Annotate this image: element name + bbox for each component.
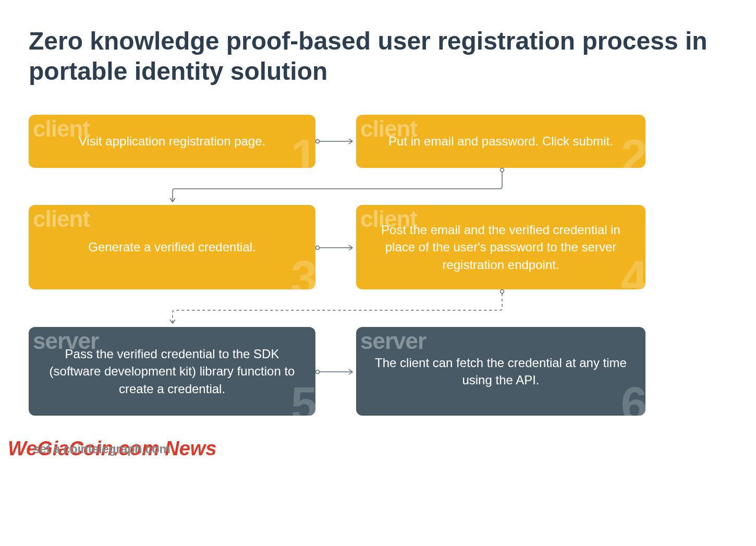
- step-3: client 3 Generate a verified credential.: [29, 205, 315, 289]
- watermark-back: set a cointelegraph.com: [33, 442, 170, 456]
- connector-1-2: [315, 135, 356, 148]
- connector-2-3: [170, 168, 504, 205]
- svg-point-6: [316, 370, 320, 374]
- step-text: Visit application registration page.: [79, 132, 265, 150]
- diagram-title: Zero knowledge proof-based user registra…: [29, 26, 727, 86]
- connector-3-4: [315, 241, 356, 254]
- step-number: 2: [621, 132, 645, 168]
- svg-point-0: [316, 140, 320, 143]
- step-4: client 4 Post the email and the verified…: [356, 205, 645, 289]
- svg-point-3: [316, 246, 320, 250]
- step-1: client 1 Visit application registration …: [29, 115, 315, 168]
- svg-point-2: [501, 168, 504, 172]
- step-number: 3: [291, 254, 315, 289]
- step-text: The client can fetch the credential at a…: [373, 354, 629, 389]
- step-6: server 6 The client can fetch the creden…: [356, 327, 645, 416]
- step-text: Pass the verified credential to the SDK …: [45, 345, 299, 398]
- flow-container: client 1 Visit application registration …: [29, 115, 727, 448]
- step-role-label: server: [360, 327, 426, 357]
- step-role-label: client: [33, 205, 90, 235]
- step-text: Post the email and the verified credenti…: [373, 221, 629, 274]
- svg-point-5: [501, 290, 504, 294]
- step-text: Generate a verified credential.: [88, 238, 256, 256]
- footer-watermark: set a cointelegraph.com WeGiaCoin.com Ne…: [8, 438, 217, 460]
- step-5: server 5 Pass the verified credential to…: [29, 327, 315, 416]
- connector-4-5: [170, 289, 504, 327]
- step-text: Put in email and password. Click submit.: [388, 132, 613, 150]
- step-number: 1: [291, 132, 315, 168]
- connector-5-6: [315, 365, 356, 379]
- step-2: client 2 Put in email and password. Clic…: [356, 115, 645, 168]
